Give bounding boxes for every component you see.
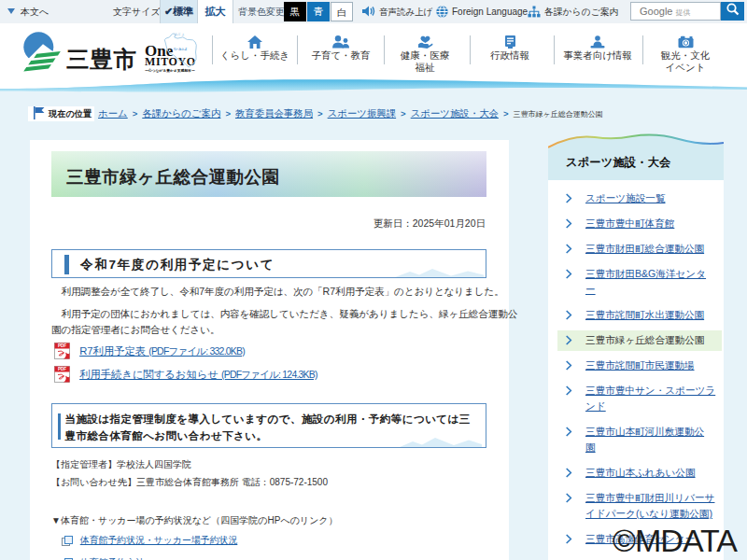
svg-text:PDF: PDF xyxy=(58,343,66,348)
svg-text:みとよ: みとよ xyxy=(175,33,185,36)
svg-text:PDF: PDF xyxy=(58,367,66,371)
